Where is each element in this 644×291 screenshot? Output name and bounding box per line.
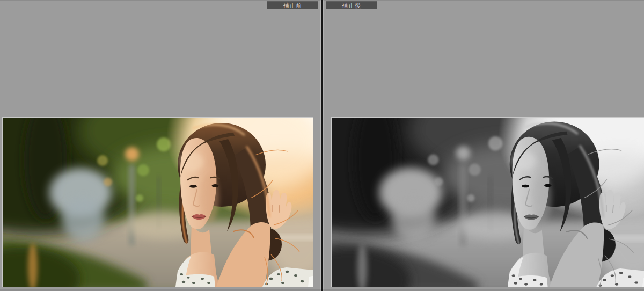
eye-right bbox=[522, 185, 529, 188]
bluegray-blob-2 bbox=[62, 198, 105, 241]
before-label-badge: 補正前 bbox=[267, 1, 318, 9]
eye-right bbox=[189, 185, 197, 188]
before-label: 補正前 bbox=[283, 2, 303, 9]
photo-before[interactable] bbox=[2, 117, 313, 287]
after-label-badge: 補正後 bbox=[326, 1, 377, 9]
bluegray-blob-2 bbox=[392, 198, 435, 242]
eye-left bbox=[212, 184, 219, 187]
after-label: 補正後 bbox=[342, 2, 361, 9]
panel-divider bbox=[320, 0, 324, 291]
lamp-post bbox=[129, 165, 134, 245]
before-after-compare-view: 補正前 補正後 bbox=[0, 0, 644, 291]
lamp-post bbox=[460, 164, 465, 246]
photo-scene-svg bbox=[3, 118, 313, 287]
photo-after-canvas bbox=[332, 118, 644, 287]
photo-after[interactable] bbox=[331, 117, 644, 287]
photo-scene-svg bbox=[332, 118, 644, 287]
lamp-glow bbox=[125, 147, 139, 161]
lamp-glow bbox=[456, 146, 470, 160]
photo-before-canvas bbox=[3, 118, 313, 287]
eye-left bbox=[544, 184, 551, 187]
